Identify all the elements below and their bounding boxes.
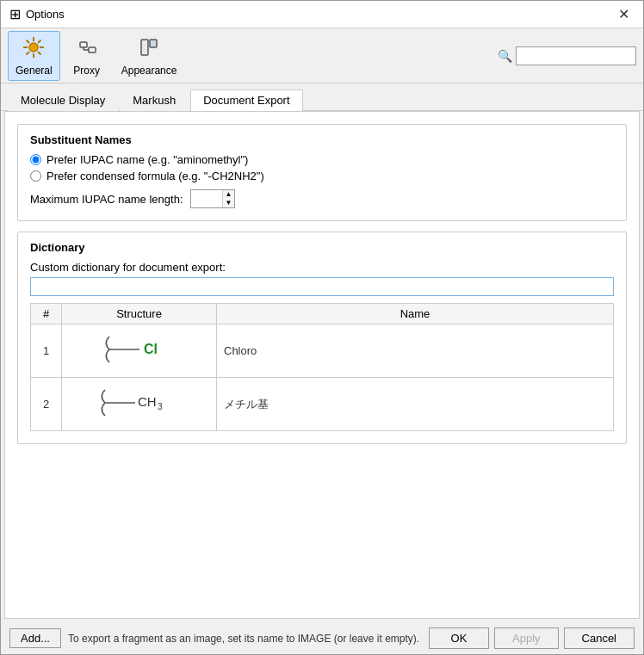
toolbar-right: 🔍 bbox=[498, 46, 636, 65]
max-length-input[interactable]: 30 bbox=[191, 190, 222, 207]
toolbar-proxy-button[interactable]: Proxy bbox=[64, 31, 110, 81]
col-name: Name bbox=[217, 304, 614, 324]
col-structure: Structure bbox=[62, 304, 217, 324]
dict-row-1: 1 Cl bbox=[31, 324, 614, 378]
spinner-up-button[interactable]: ▲ bbox=[223, 190, 235, 199]
cancel-button[interactable]: Cancel bbox=[564, 627, 635, 649]
content-area: Substituent Names Prefer IUPAC name (e.g… bbox=[4, 111, 640, 619]
tab-document-export[interactable]: Document Export bbox=[190, 90, 302, 111]
dialog-title: Options bbox=[26, 8, 65, 21]
add-button[interactable]: Add... bbox=[9, 628, 61, 648]
proxy-icon bbox=[75, 35, 99, 63]
max-length-label: Maximum IUPAC name length: bbox=[30, 193, 183, 206]
svg-line-5 bbox=[27, 40, 30, 43]
condensed-label: Prefer condensed formula (e.g. "-CH2NH2"… bbox=[46, 170, 264, 182]
max-length-row: Maximum IUPAC name length: 30 ▲ ▼ bbox=[30, 189, 614, 208]
close-button[interactable]: ✕ bbox=[613, 6, 635, 23]
svg-point-0 bbox=[29, 43, 38, 52]
row1-structure: Cl bbox=[62, 324, 217, 378]
tab-molecule-display[interactable]: Molecule Display bbox=[8, 90, 118, 111]
svg-line-8 bbox=[27, 52, 30, 55]
col-num: # bbox=[31, 304, 62, 324]
iupac-radio[interactable] bbox=[30, 154, 41, 165]
dict-row-2: 2 CH 3 bbox=[31, 378, 614, 431]
bottom-left: Add... To export a fragment as an image,… bbox=[9, 628, 419, 648]
toolbar-left: General Proxy bbox=[8, 31, 184, 81]
appearance-icon bbox=[137, 35, 161, 63]
row2-num: 2 bbox=[31, 378, 62, 431]
condensed-radio-row: Prefer condensed formula (e.g. "-CH2NH2"… bbox=[30, 170, 614, 182]
toolbar: General Proxy bbox=[1, 28, 643, 83]
toolbar-appearance-button[interactable]: Appearance bbox=[114, 31, 185, 81]
toolbar-general-button[interactable]: General bbox=[8, 31, 60, 81]
svg-text:CH: CH bbox=[138, 394, 157, 409]
substituent-names-title: Substituent Names bbox=[30, 133, 614, 146]
max-length-spinner: 30 ▲ ▼ bbox=[190, 189, 236, 208]
iupac-radio-row: Prefer IUPAC name (e.g. "aminomethyl") bbox=[30, 153, 614, 166]
row1-num: 1 bbox=[31, 324, 62, 378]
ok-button[interactable]: OK bbox=[429, 627, 489, 649]
svg-rect-14 bbox=[150, 40, 157, 47]
spinner-down-button[interactable]: ▼ bbox=[223, 199, 235, 207]
iupac-label: Prefer IUPAC name (e.g. "aminomethyl") bbox=[46, 153, 248, 166]
svg-line-6 bbox=[38, 52, 41, 55]
svg-rect-10 bbox=[89, 47, 96, 53]
spinner-arrows: ▲ ▼ bbox=[222, 190, 235, 207]
dict-custom-label: Custom dictionary for document export: bbox=[30, 261, 614, 274]
general-icon bbox=[22, 35, 46, 63]
dict-table: # Structure Name 1 bbox=[30, 303, 614, 431]
tab-markush[interactable]: Markush bbox=[120, 90, 189, 111]
row1-name: Chloro bbox=[217, 324, 614, 378]
proxy-button-label: Proxy bbox=[73, 65, 100, 77]
bottom-bar: Add... To export a fragment as an image,… bbox=[1, 622, 643, 654]
svg-text:3: 3 bbox=[158, 402, 163, 411]
title-bar: ⊞ Options ✕ bbox=[1, 1, 643, 28]
appearance-button-label: Appearance bbox=[121, 65, 177, 77]
search-input[interactable] bbox=[516, 46, 636, 65]
search-icon: 🔍 bbox=[498, 49, 512, 63]
condensed-radio[interactable] bbox=[30, 170, 41, 182]
title-bar-left: ⊞ Options bbox=[9, 6, 65, 22]
tabs-bar: Molecule Display Markush Document Export bbox=[1, 83, 643, 111]
row2-name: メチル基 bbox=[217, 378, 614, 431]
chloro-structure-svg: Cl bbox=[88, 328, 191, 371]
svg-text:Cl: Cl bbox=[144, 342, 158, 356]
apply-button[interactable]: Apply bbox=[494, 627, 559, 649]
options-dialog: ⊞ Options ✕ bbox=[0, 0, 644, 655]
svg-rect-13 bbox=[141, 40, 148, 55]
bottom-hint: To export a fragment as an image, set it… bbox=[68, 633, 419, 645]
general-button-label: General bbox=[15, 65, 53, 77]
bottom-right: OK Apply Cancel bbox=[429, 627, 635, 649]
dictionary-section: Dictionary Custom dictionary for documen… bbox=[17, 232, 627, 444]
svg-line-7 bbox=[38, 40, 41, 43]
methyl-structure-svg: CH 3 bbox=[88, 381, 191, 424]
dictionary-title: Dictionary bbox=[30, 241, 614, 254]
dict-path-input[interactable]: C:\Users\bpukanszky\chemaxon\MarkushEdit… bbox=[30, 277, 614, 296]
dialog-icon: ⊞ bbox=[9, 6, 21, 22]
svg-rect-9 bbox=[80, 42, 87, 47]
substituent-names-section: Substituent Names Prefer IUPAC name (e.g… bbox=[17, 124, 627, 221]
row2-structure: CH 3 bbox=[62, 378, 217, 431]
